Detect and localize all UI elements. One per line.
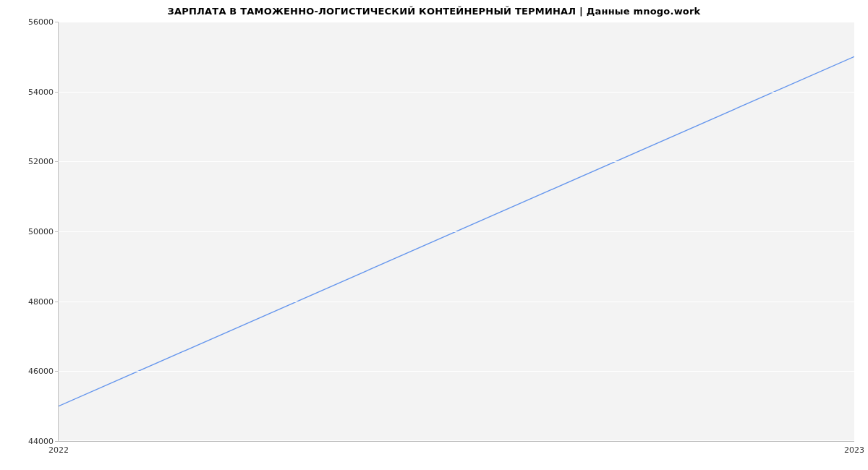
grid-line — [59, 371, 854, 372]
x-tick-label: 2023 — [844, 445, 864, 455]
y-tick-label: 52000 — [3, 157, 54, 166]
grid-line — [59, 302, 854, 302]
plot-area — [58, 22, 854, 442]
y-tick-label: 44000 — [3, 437, 54, 446]
y-tick-label: 56000 — [3, 17, 54, 27]
y-tick-label: 54000 — [3, 87, 54, 96]
grid-line — [59, 440, 854, 441]
grid-line — [59, 22, 854, 22]
salary-line-chart: ЗАРПЛАТА В ТАМОЖЕННО-ЛОГИСТИЧЕСКИЙ КОНТЕ… — [0, 0, 868, 470]
grid-line — [59, 161, 854, 162]
y-tick-label: 50000 — [3, 227, 54, 236]
grid-line — [59, 231, 854, 232]
chart-title: ЗАРПЛАТА В ТАМОЖЕННО-ЛОГИСТИЧЕСКИЙ КОНТЕ… — [0, 6, 868, 17]
x-tick-label: 2022 — [48, 445, 69, 455]
grid-line — [59, 92, 854, 93]
y-tick-label: 48000 — [3, 296, 54, 306]
y-tick-label: 46000 — [3, 367, 54, 376]
